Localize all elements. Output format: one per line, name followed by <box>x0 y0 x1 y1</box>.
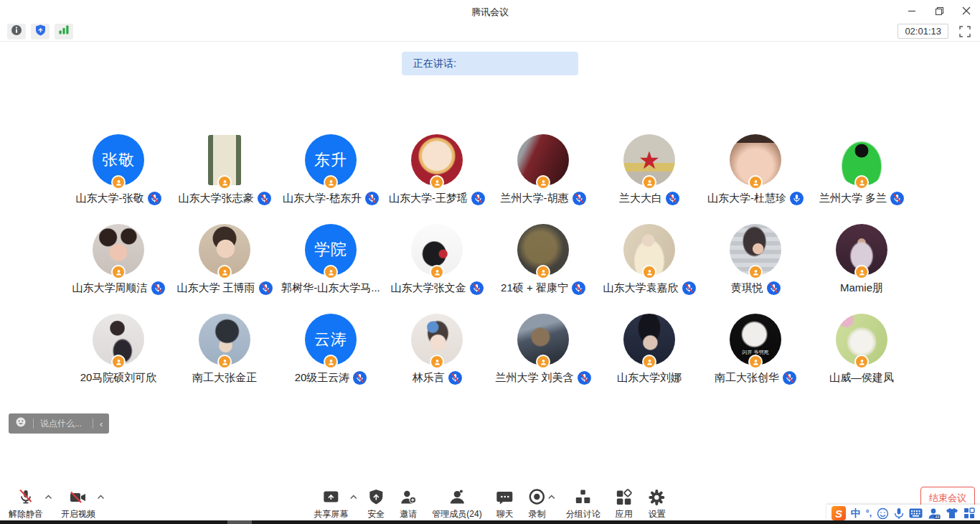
host-badge-icon <box>536 265 550 279</box>
participant-name: 南工大张创华 <box>715 371 779 385</box>
mic-muted-icon <box>783 371 796 385</box>
start-video-button[interactable]: 开启视频 <box>61 488 95 520</box>
participant-tile[interactable]: 山东大学张志豪 <box>171 134 278 207</box>
participant-tile[interactable]: 山威—侯建凤 <box>809 314 915 387</box>
settings-gear-icon <box>648 488 666 507</box>
network-status-button[interactable] <box>55 24 73 39</box>
chat-input[interactable]: 说点什么... <box>40 418 86 430</box>
host-badge-icon <box>642 265 656 279</box>
host-badge-icon <box>854 175 869 190</box>
mic-muted-icon <box>148 192 161 205</box>
emoji-icon[interactable] <box>15 416 27 431</box>
ime-account-icon[interactable]: 22 <box>928 507 941 520</box>
meeting-info-button[interactable] <box>7 24 26 39</box>
host-badge-icon <box>430 355 444 369</box>
mic-options-caret[interactable] <box>44 495 52 500</box>
participant-name: 21硕 + 翟康宁 <box>501 281 568 295</box>
host-badge-icon <box>430 175 444 190</box>
participant-name: 山东大学刘娜 <box>617 371 682 385</box>
record-icon <box>528 488 547 507</box>
quick-chat-bar: 说点什么... ‹ <box>9 413 109 434</box>
camera-off-toolbar-icon <box>68 488 88 507</box>
participant-tile[interactable]: 山东大学周顺洁 <box>65 224 171 297</box>
speaking-indicator-label: 正在讲话: <box>413 57 456 70</box>
mic-muted-icon <box>666 192 679 205</box>
mic-muted-icon <box>682 281 696 295</box>
security-shield-icon <box>368 488 384 507</box>
fullscreen-button[interactable] <box>957 24 973 39</box>
participant-tile[interactable]: 兰州大学 多兰 <box>809 134 915 207</box>
taskbar-edge <box>0 520 980 524</box>
ime-skin-icon[interactable] <box>946 507 958 519</box>
security-button[interactable]: 安全 <box>367 488 385 520</box>
participant-tile[interactable]: 山东大学张文金 <box>384 224 490 297</box>
ime-toolbox-icon[interactable] <box>963 507 975 519</box>
chat-button[interactable]: 聊天 <box>496 488 514 520</box>
participant-tile[interactable]: 学院 郭树华-山东大学马... <box>278 224 384 297</box>
mic-muted-icon <box>258 192 271 205</box>
restore-button[interactable] <box>925 0 953 22</box>
record-options-caret[interactable] <box>548 495 556 500</box>
participant-tile[interactable]: 闪开 爷劈死 南工大张创华 <box>702 314 809 387</box>
security-status-button[interactable] <box>31 24 50 39</box>
participant-tile[interactable]: Mamie朋 <box>809 224 915 297</box>
apps-button[interactable]: 应用 <box>615 488 633 520</box>
participant-name: 20级王云涛 <box>295 371 350 385</box>
participant-tile[interactable]: 山东大学刘娜 <box>596 314 702 387</box>
ime-punctuation-toggle[interactable]: °, <box>866 509 872 518</box>
participant-tile[interactable]: ★ 兰大大白 <box>596 134 702 207</box>
participant-tile[interactable]: 山东大学-王梦瑶 <box>384 134 490 207</box>
share-screen-button[interactable]: 共享屏幕 <box>314 488 348 520</box>
sogou-logo-icon[interactable]: S <box>831 506 846 520</box>
host-badge-icon <box>111 265 126 279</box>
ime-emoji-icon[interactable] <box>877 507 889 520</box>
participant-tile[interactable]: 山东大学-杜慧珍 <box>702 134 809 207</box>
participant-tile[interactable]: 20马院硕刘可欣 <box>65 314 171 387</box>
manage-members-button[interactable]: 管理成员(24) <box>432 488 481 520</box>
mic-muted-icon <box>259 281 273 295</box>
participant-tile[interactable]: 兰州大学-胡惠 <box>490 134 596 207</box>
participant-tile[interactable]: 东升 山东大学-嵇东升 <box>278 134 384 207</box>
host-badge-icon <box>748 175 763 190</box>
participant-tile[interactable]: 云涛 20级王云涛 <box>278 314 384 387</box>
mic-muted-icon <box>448 371 462 385</box>
ime-keyboard-icon[interactable] <box>909 508 923 518</box>
settings-button[interactable]: 设置 <box>648 488 666 520</box>
host-badge-icon <box>430 265 444 279</box>
host-badge-icon <box>324 355 338 369</box>
ime-language-toggle[interactable]: 中 <box>851 508 861 518</box>
host-badge-icon <box>536 175 550 190</box>
participant-name: 黄琪悦 <box>731 281 763 295</box>
participant-tile[interactable]: 黄琪悦 <box>702 224 809 297</box>
host-badge-icon <box>854 265 869 279</box>
participant-tile[interactable]: 21硕 + 翟康宁 <box>490 224 596 297</box>
mic-muted-toolbar-icon <box>17 488 35 507</box>
participant-name: 林乐言 <box>413 371 445 385</box>
host-badge-icon <box>111 355 126 369</box>
participant-tile[interactable]: 兰州大学 刘美含 <box>490 314 596 387</box>
taskbar-edge-segment <box>227 520 252 524</box>
invite-button[interactable]: 邀请 <box>399 488 418 520</box>
share-options-caret[interactable] <box>349 495 357 500</box>
participant-tile[interactable]: 山东大学 王博雨 <box>171 224 278 297</box>
breakout-rooms-button[interactable]: 分组讨论 <box>566 488 600 520</box>
participant-tile[interactable]: 山东大学袁嘉欣 <box>596 224 702 297</box>
svg-text:22: 22 <box>936 514 940 518</box>
participant-tile[interactable]: 林乐言 <box>384 314 490 387</box>
close-button[interactable] <box>953 0 980 22</box>
mic-muted-icon <box>578 371 591 385</box>
participant-tile[interactable]: 张敬 山东大学-张敬 <box>65 134 171 207</box>
host-badge-icon <box>642 175 656 190</box>
participant-name: Mamie朋 <box>840 281 883 295</box>
host-badge-icon <box>854 355 869 369</box>
video-options-caret[interactable] <box>97 495 105 500</box>
participant-tile[interactable]: 南工大张金正 <box>171 314 278 387</box>
share-screen-icon <box>321 488 340 507</box>
collapse-chat-button[interactable]: ‹ <box>100 419 103 429</box>
unmute-button[interactable]: 解除静音 <box>9 488 43 520</box>
participant-name: 兰大大白 <box>619 192 662 205</box>
mic-muted-icon <box>353 371 367 385</box>
minimize-button[interactable] <box>898 0 925 22</box>
record-button[interactable]: 录制 <box>528 488 547 520</box>
ime-voice-icon[interactable] <box>894 507 904 520</box>
